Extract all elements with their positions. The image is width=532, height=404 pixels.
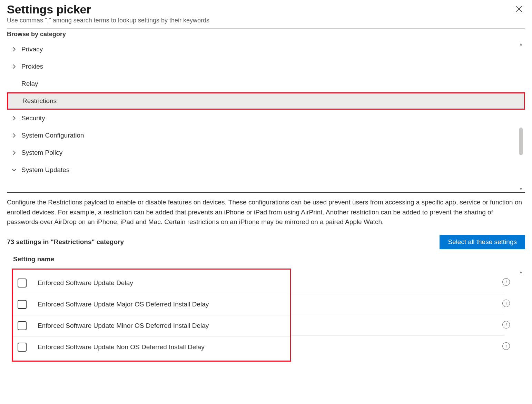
setting-row[interactable]: Enforced Software Update Delay [13,272,290,294]
setting-checkbox[interactable] [18,279,27,287]
setting-row[interactable]: Enforced Software Update Non OS Deferred… [13,336,290,358]
category-label: System Policy [21,149,62,156]
row-divider [291,314,504,314]
category-item-privacy[interactable]: Privacy [7,41,525,58]
scroll-up-arrow-icon[interactable]: ▲ [518,269,524,275]
info-icon[interactable]: i [502,321,510,329]
setting-row[interactable]: Enforced Software Update Minor OS Deferr… [13,315,290,336]
panel-subtitle: Use commas "," among search terms to loo… [7,17,525,24]
panel-header: Settings picker Use commas "," among sea… [7,0,525,24]
chevron-right-icon [10,47,18,52]
divider [7,28,525,29]
category-label: Privacy [21,46,43,53]
setting-checkbox[interactable] [18,343,27,352]
chevron-down-icon [10,168,18,172]
browse-by-category-label: Browse by category [7,31,525,38]
category-item-restrictions[interactable]: Restrictions [7,92,525,110]
scroll-up-arrow-icon[interactable]: ▲ [519,41,523,48]
results-count: 73 settings in "Restrictions" category [7,238,124,246]
chevron-right-icon [10,133,18,138]
category-list: Privacy Proxies Relay Restrictions [7,41,525,179]
setting-label: Enforced Software Update Non OS Deferred… [38,343,205,351]
chevron-right-icon [10,64,18,69]
category-item-system-updates[interactable]: System Updates [7,161,525,179]
close-button[interactable] [514,4,524,14]
settings-list-pane: Enforced Software Update Delay Enforced … [7,269,525,362]
scroll-down-arrow-icon[interactable]: ▼ [519,185,523,192]
category-label: Security [21,114,45,122]
row-divider [291,293,504,293]
setting-checkbox[interactable] [18,321,27,330]
settings-list: Enforced Software Update Delay Enforced … [12,269,291,362]
category-label: Relay [21,80,38,88]
row-divider [291,335,504,336]
select-all-button[interactable]: Select all these settings [440,235,525,249]
scrollbar-thumb[interactable] [519,128,523,155]
setting-row[interactable]: Enforced Software Update Major OS Deferr… [13,294,290,315]
info-icon-column: i i i i [501,271,511,357]
settings-scrollbar[interactable]: ▲ [518,269,524,275]
category-label: System Configuration [21,132,84,139]
category-description: Configure the Restrictions payload to en… [7,198,525,227]
setting-label: Enforced Software Update Major OS Deferr… [38,301,209,308]
results-bar: 73 settings in "Restrictions" category S… [7,235,525,249]
close-icon [515,6,522,12]
info-icon[interactable]: i [502,300,510,307]
chevron-right-icon [10,150,18,155]
scrollbar-track[interactable] [518,48,524,185]
category-item-security[interactable]: Security [7,110,525,127]
category-label: System Updates [21,166,69,174]
setting-checkbox[interactable] [18,300,27,309]
category-item-system-configuration[interactable]: System Configuration [7,127,525,144]
setting-name-column-header[interactable]: Setting name [7,255,525,263]
setting-label: Enforced Software Update Minor OS Deferr… [38,322,209,330]
panel-title: Settings picker [7,3,525,16]
category-item-proxies[interactable]: Proxies [7,58,525,75]
setting-label: Enforced Software Update Delay [38,279,133,287]
category-label: Restrictions [22,97,57,105]
settings-picker-panel: Settings picker Use commas "," among sea… [0,0,532,368]
info-icon[interactable]: i [502,342,510,350]
category-item-relay[interactable]: Relay [7,75,525,92]
category-list-pane: Privacy Proxies Relay Restrictions [7,41,525,193]
info-icon[interactable]: i [502,278,510,286]
chevron-right-icon [10,116,18,121]
category-item-system-policy[interactable]: System Policy [7,144,525,161]
category-label: Proxies [21,63,43,70]
category-scrollbar[interactable]: ▲ ▼ [518,41,524,192]
